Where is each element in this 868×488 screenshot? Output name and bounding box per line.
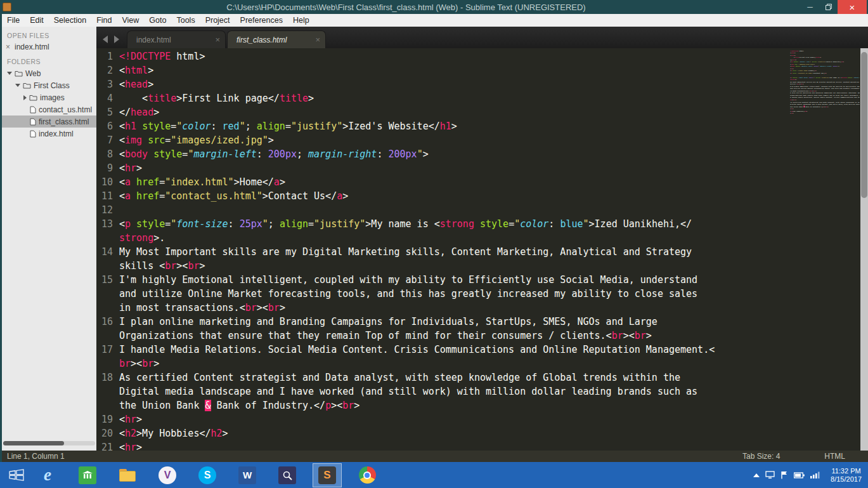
code-row[interactable]: 21<hr> <box>96 440 868 451</box>
code-row[interactable]: 3<head> <box>96 77 868 91</box>
code-row[interactable]: 17I handle Media Relations. Social Media… <box>96 343 868 357</box>
history-back-icon[interactable] <box>103 36 108 43</box>
tree-item-label: Web <box>25 69 41 78</box>
minimize-button[interactable]: ─ <box>801 0 819 14</box>
tray-battery-icon[interactable] <box>794 472 805 478</box>
folders-label: FOLDERS <box>2 53 96 67</box>
syntax-indicator[interactable]: HTML <box>824 452 845 461</box>
menu-item-goto[interactable]: Goto <box>144 15 171 26</box>
menu-item-selection[interactable]: Selection <box>49 15 91 26</box>
menu-item-help[interactable]: Help <box>288 15 314 26</box>
taskbar-clock[interactable]: 11:32 PM 8/15/2017 <box>826 467 862 484</box>
history-forward-icon[interactable] <box>114 36 119 43</box>
taskbar-file-explorer-button[interactable] <box>113 463 142 487</box>
taskbar-word-button[interactable]: W <box>233 463 262 487</box>
word-icon: W <box>238 466 256 484</box>
disclosure-open-icon[interactable] <box>7 72 12 75</box>
code-row[interactable]: 12 <box>96 203 868 217</box>
sidebar-scrollbar[interactable] <box>3 441 95 445</box>
code-row[interactable]: 16I plan online marketing and Branding C… <box>96 315 868 329</box>
code-row[interactable]: and utilize Online Market forecasting to… <box>96 287 868 301</box>
window-title: C:\Users\HP\Documents\Web\First Class\fi… <box>11 3 801 12</box>
editor-scrollbar[interactable] <box>860 48 868 451</box>
taskbar-sublime-text-button[interactable]: S <box>313 463 342 487</box>
show-hidden-icons-chevron[interactable] <box>753 473 760 477</box>
code-row[interactable]: 11<a href="contact_us.html">Contact Us</… <box>96 189 868 203</box>
code-row[interactable]: 1<!DOCTYPE html> <box>96 49 868 63</box>
menu-item-preferences[interactable]: Preferences <box>235 15 288 26</box>
menu-item-view[interactable]: View <box>117 15 144 26</box>
taskbar-magnifier-button[interactable] <box>273 463 302 487</box>
disclosure-open-icon[interactable] <box>15 84 20 87</box>
restore-button[interactable] <box>819 0 838 14</box>
line-number: 17 <box>96 343 119 357</box>
code-row[interactable]: 19<hr> <box>96 412 868 426</box>
code-row[interactable]: in most transactions.<br><br> <box>96 301 868 315</box>
code-row[interactable]: 10<a href="index.html">Home</a> <box>96 175 868 189</box>
menu-item-edit[interactable]: Edit <box>25 15 49 26</box>
code-row[interactable]: 4 <title>First Link page</title> <box>96 91 868 105</box>
tree-item-images[interactable]: images <box>2 91 96 103</box>
status-bar: Line 1, Column 1 Tab Size: 4 HTML <box>2 451 868 462</box>
minimap[interactable]: <!DOCTYPE html><html><head> <title>First… <box>790 49 860 132</box>
sidebar-scrollbar-thumb[interactable] <box>3 441 64 445</box>
code-row[interactable]: 9<hr> <box>96 161 868 175</box>
disclosure-closed-icon[interactable] <box>23 95 27 100</box>
code-row[interactable]: 20<h2>My Hobbies</h2> <box>96 426 868 440</box>
close-button[interactable]: × <box>838 0 867 14</box>
line-number <box>96 357 119 371</box>
line-number: 12 <box>96 203 119 217</box>
caret-position[interactable]: Line 1, Column 1 <box>7 452 742 461</box>
code-row[interactable]: skills <br><br> <box>96 259 868 273</box>
taskbar-v-app-button[interactable]: V <box>153 463 182 487</box>
start-button[interactable] <box>0 462 33 488</box>
line-number: 7 <box>96 133 119 147</box>
code-row[interactable]: 7<img src="images/ized.jpg"> <box>96 133 868 147</box>
menu-item-project[interactable]: Project <box>200 15 235 26</box>
code-row[interactable]: br><br> <box>96 357 868 371</box>
code-row[interactable]: 8<body style="margin-left: 200px; margin… <box>96 147 868 161</box>
code-row[interactable]: 6<h1 style="color: red"; align="justify"… <box>96 119 868 133</box>
code-row[interactable]: 18As certified Content strategist and Da… <box>96 371 868 385</box>
tree-item-label: images <box>40 93 65 102</box>
line-number: 15 <box>96 273 119 287</box>
clock-date: 8/15/2017 <box>831 475 862 484</box>
tab-size-indicator[interactable]: Tab Size: 4 <box>742 452 780 461</box>
menu-item-find[interactable]: Find <box>91 15 117 26</box>
tab-close-icon[interactable]: × <box>311 35 320 44</box>
tray-network-icon[interactable] <box>810 472 820 478</box>
tree-item-first-class-html[interactable]: first_class.html <box>2 115 96 128</box>
taskbar-internet-explorer-button[interactable]: e <box>33 463 62 487</box>
taskbar-skype-button[interactable]: S <box>193 463 222 487</box>
code-editor[interactable]: 1<!DOCTYPE html>2<html>3<head>4 <title>F… <box>96 48 868 451</box>
green-app-icon <box>79 466 96 484</box>
menu-item-tools[interactable]: Tools <box>171 15 200 26</box>
tab-close-icon[interactable]: × <box>211 35 220 44</box>
code-row[interactable]: 5</head> <box>96 105 868 119</box>
code-row[interactable]: 14My Most Important skills are my Digita… <box>96 245 868 259</box>
tree-item-first-class[interactable]: First Class <box>2 79 96 91</box>
tab-index-html[interactable]: index.html × <box>127 30 226 48</box>
code-row[interactable]: Digital media landscape and I have worke… <box>96 385 868 399</box>
taskbar-chrome-button[interactable] <box>353 463 382 487</box>
code-row[interactable]: strong>. <box>96 231 868 245</box>
editor-scrollbar-thumb[interactable] <box>861 52 867 198</box>
file-icon <box>30 130 36 138</box>
code-row[interactable]: Organizations that ensure that they rema… <box>96 329 868 343</box>
tree-item-index-html[interactable]: index.html <box>2 128 96 140</box>
close-file-icon[interactable]: × <box>6 43 11 51</box>
code-row[interactable]: 15I'm highly Emotional intelligent, coup… <box>96 273 868 287</box>
code-row[interactable]: 2<html> <box>96 63 868 77</box>
tree-item-web[interactable]: Web <box>2 67 96 79</box>
code-row[interactable]: the Union Bank & Bank of Industry.</p><b… <box>96 399 868 412</box>
tree-item-contact-us[interactable]: contact_us.html <box>2 103 96 115</box>
taskbar-green-app-button[interactable] <box>73 463 102 487</box>
tray-display-icon[interactable] <box>765 471 775 479</box>
menu-item-file[interactable]: File <box>2 15 25 26</box>
tab-first-class-html[interactable]: first_class.html × <box>227 30 326 48</box>
code-lines: 1<!DOCTYPE html>2<html>3<head>4 <title>F… <box>96 48 868 451</box>
line-number <box>96 385 119 399</box>
open-file-item[interactable]: × index.html <box>2 41 96 53</box>
tray-flag-icon[interactable] <box>781 471 788 479</box>
code-row[interactable]: 13<p style="font-size: 25px"; align="jus… <box>96 217 868 231</box>
